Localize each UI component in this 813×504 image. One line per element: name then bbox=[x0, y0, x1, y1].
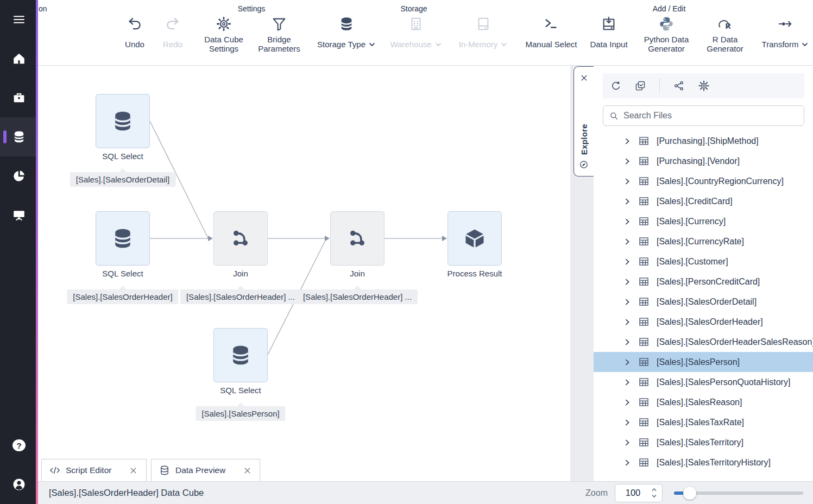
file-tree-row[interactable]: [Sales].[PersonCreditCard] bbox=[594, 272, 813, 292]
file-name: [Sales].[CurrencyRate] bbox=[657, 237, 744, 247]
bridge-parameters-button[interactable]: Bridge Parameters bbox=[251, 14, 307, 55]
account-button[interactable] bbox=[0, 465, 38, 504]
canvas-column: SQL Select [Sales].[SalesOrderDetail] SQ… bbox=[38, 66, 570, 481]
table-icon bbox=[638, 296, 650, 307]
r-data-generator-button[interactable]: R Data Generator bbox=[697, 14, 753, 55]
file-tree-row[interactable]: [Sales].[CurrencyRate] bbox=[594, 231, 813, 251]
file-tree-row[interactable]: [Purchasing].[Vendor] bbox=[594, 151, 813, 171]
chevron-right-icon[interactable] bbox=[623, 198, 631, 205]
file-tree-row[interactable]: [Sales].[Currency] bbox=[594, 211, 813, 231]
spinner-up-icon[interactable] bbox=[651, 487, 658, 493]
main-area: Essential Add To New Metric Set on Undo bbox=[38, 0, 813, 504]
app-sidebar: ? bbox=[0, 0, 38, 504]
node-tooltip: [Sales].[SalesOrderHeader] bbox=[67, 289, 178, 304]
explorer-toolbar bbox=[603, 73, 804, 98]
file-tree-row[interactable]: [Sales].[CreditCard] bbox=[594, 191, 813, 211]
file-tree-row[interactable]: [Sales].[SalesOrderDetail] bbox=[594, 292, 813, 312]
close-icon[interactable] bbox=[243, 466, 252, 475]
canvas-node-sql-select-1[interactable] bbox=[96, 94, 150, 148]
file-tree-row[interactable]: [Sales].[SalesTerritory] bbox=[594, 432, 813, 452]
chevron-right-icon[interactable] bbox=[623, 178, 631, 185]
data-input-button[interactable]: Data Input bbox=[582, 14, 636, 55]
tab-script-editor[interactable]: Script Editor bbox=[41, 459, 147, 481]
file-tree: [Purchasing].[ShipMethod] [Purchasing].[… bbox=[594, 131, 813, 481]
chevron-right-icon[interactable] bbox=[623, 137, 631, 145]
close-icon[interactable] bbox=[579, 73, 589, 83]
file-tree-row[interactable]: [Sales].[SalesPersonQuotaHistory] bbox=[594, 372, 813, 392]
file-tree-row[interactable]: [Sales].[SalesOrderHeader] bbox=[594, 312, 813, 332]
storage-type-dropdown[interactable]: Storage Type bbox=[311, 14, 382, 55]
search-input[interactable] bbox=[623, 111, 798, 121]
file-name: [Sales].[SalesPerson] bbox=[657, 357, 740, 367]
file-tree-row[interactable]: [Sales].[SalesTaxRate] bbox=[594, 412, 813, 432]
file-tree-row[interactable]: [Purchasing].[ShipMethod] bbox=[594, 131, 813, 151]
file-tree-row[interactable]: [Sales].[SalesTerritoryHistory] bbox=[594, 452, 813, 472]
node-tooltip: [Sales].[SalesOrderHeader] ... bbox=[180, 289, 301, 304]
table-icon bbox=[638, 135, 650, 147]
file-tree-row[interactable]: [Sales].[SalesPerson] bbox=[594, 352, 813, 372]
warehouse-dropdown[interactable]: Warehouse bbox=[382, 14, 450, 55]
tab-label: Script Editor bbox=[66, 465, 111, 475]
close-icon[interactable] bbox=[129, 466, 138, 475]
memory-icon bbox=[475, 16, 491, 32]
code-icon bbox=[49, 465, 60, 476]
chevron-right-icon[interactable] bbox=[623, 218, 631, 225]
share-icon[interactable] bbox=[673, 80, 685, 92]
chevron-right-icon[interactable] bbox=[623, 158, 631, 165]
table-icon bbox=[638, 256, 650, 267]
zoom-slider[interactable] bbox=[674, 487, 803, 500]
python-data-generator-button[interactable]: Python Data Generator bbox=[636, 14, 697, 55]
tab-data-preview[interactable]: Data Preview bbox=[151, 459, 260, 481]
canvas-node-join-2[interactable] bbox=[330, 211, 385, 266]
data-cube-settings-button[interactable]: Data Cube Settings bbox=[196, 14, 251, 55]
refresh-icon[interactable] bbox=[609, 80, 621, 92]
chevron-right-icon[interactable] bbox=[623, 419, 631, 426]
spinner-down-icon[interactable] bbox=[651, 493, 658, 499]
sidebar-item-data-cubes[interactable] bbox=[0, 117, 38, 156]
chevron-down-icon bbox=[368, 41, 376, 48]
chevron-right-icon[interactable] bbox=[623, 238, 631, 245]
redo-button[interactable]: Redo bbox=[154, 14, 192, 55]
chevron-right-icon[interactable] bbox=[623, 278, 631, 286]
node-tooltip: [Sales].[SalesPerson] bbox=[196, 406, 285, 421]
sidebar-item-presentations[interactable] bbox=[0, 196, 38, 235]
sidebar-item-analytics[interactable] bbox=[0, 156, 38, 196]
sidebar-item-projects[interactable] bbox=[0, 78, 38, 117]
sidebar-item-home[interactable] bbox=[0, 39, 38, 78]
chevron-right-icon[interactable] bbox=[623, 318, 631, 326]
chevron-right-icon[interactable] bbox=[623, 338, 631, 346]
table-icon bbox=[638, 396, 650, 408]
chevron-right-icon[interactable] bbox=[623, 258, 631, 266]
multi-select-icon[interactable] bbox=[634, 80, 646, 92]
help-button[interactable]: ? bbox=[0, 426, 38, 465]
compass-icon bbox=[579, 160, 589, 169]
slider-thumb[interactable] bbox=[683, 487, 696, 500]
chevron-right-icon[interactable] bbox=[623, 379, 631, 386]
canvas-node-process-result[interactable] bbox=[448, 211, 502, 266]
data-cube-canvas[interactable]: SQL Select [Sales].[SalesOrderDetail] SQ… bbox=[38, 66, 570, 455]
zoom-label: Zoom bbox=[585, 488, 608, 498]
canvas-node-sql-select-2[interactable] bbox=[96, 211, 150, 266]
canvas-node-join-1[interactable] bbox=[213, 211, 268, 266]
explore-panel-tab[interactable]: Explore bbox=[573, 66, 594, 177]
menu-button[interactable] bbox=[0, 0, 38, 39]
table-icon bbox=[638, 417, 650, 428]
transform-dropdown[interactable]: Transform bbox=[753, 14, 813, 55]
search-box bbox=[603, 105, 804, 126]
chevron-right-icon[interactable] bbox=[623, 298, 631, 306]
file-tree-row[interactable]: [Sales].[SalesOrderHeaderSalesReason] bbox=[594, 332, 813, 352]
file-name: [Sales].[SalesReason] bbox=[657, 398, 742, 407]
chevron-right-icon[interactable] bbox=[623, 459, 631, 467]
manual-select-button[interactable]: Manual Select bbox=[521, 14, 582, 55]
chevron-right-icon[interactable] bbox=[623, 439, 631, 446]
chevron-right-icon[interactable] bbox=[623, 358, 631, 366]
chevron-right-icon[interactable] bbox=[623, 399, 631, 406]
file-tree-row[interactable]: [Sales].[SalesReason] bbox=[594, 392, 813, 412]
file-tree-row[interactable]: [Sales].[Customer] bbox=[594, 251, 813, 272]
undo-button[interactable]: Undo bbox=[116, 14, 154, 55]
canvas-node-sql-select-3[interactable] bbox=[213, 328, 268, 382]
file-tree-row[interactable]: [Sales].[CountryRegionCurrency] bbox=[594, 171, 813, 191]
zoom-input[interactable]: 100 bbox=[615, 484, 663, 502]
in-memory-dropdown[interactable]: In-Memory bbox=[450, 14, 516, 55]
gear-icon[interactable] bbox=[698, 80, 710, 92]
